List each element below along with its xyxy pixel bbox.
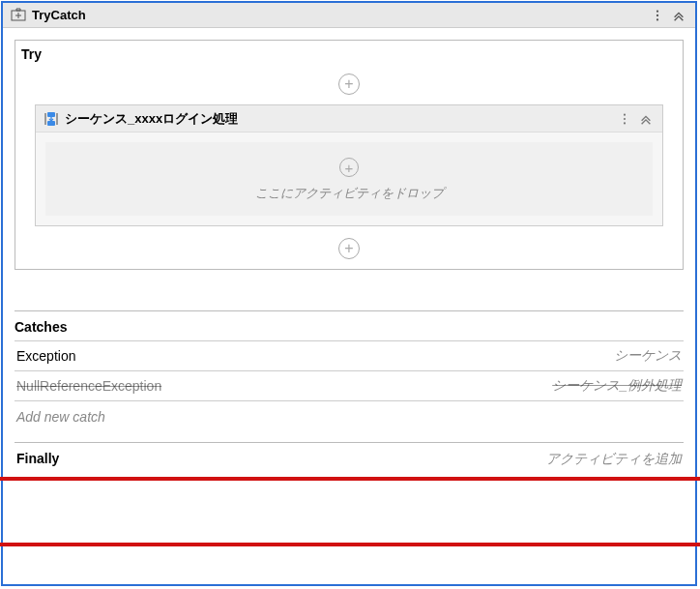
annotation-highlight-bar (0, 543, 700, 546)
svg-point-3 (656, 18, 658, 20)
sequence-activity[interactable]: シーケンス_xxxxログイン処理 + ここにアクティビティをドロップ (35, 104, 663, 226)
svg-point-2 (656, 14, 658, 15)
svg-point-1 (656, 10, 658, 12)
trycatch-activity[interactable]: TryCatch Try + シーケンス_xxxxログイン処理 (1, 1, 697, 586)
catch-row[interactable]: Exception シーケンス (15, 340, 684, 370)
annotation-highlight-bar (0, 477, 700, 481)
drop-area[interactable]: + ここにアクティビティをドロップ (45, 142, 653, 216)
finally-section[interactable]: Finally アクティビティを追加 (15, 442, 684, 472)
svg-point-6 (624, 113, 626, 115)
sequence-title: シーケンス_xxxxログイン処理 (65, 110, 612, 128)
finally-add-activity[interactable]: アクティビティを追加 (546, 451, 682, 468)
menu-icon[interactable] (649, 7, 666, 24)
exception-type: NullReferenceException (16, 378, 161, 394)
sequence-body: + ここにアクティビティをドロップ (36, 133, 662, 225)
catch-row[interactable]: NullReferenceException シーケンス_例外処理 (15, 370, 684, 400)
plus-icon: + (339, 158, 359, 177)
titlebar: TryCatch (3, 3, 695, 28)
svg-rect-4 (47, 112, 55, 117)
chevron-up-icon[interactable] (637, 110, 655, 128)
plus-icon: + (344, 75, 353, 93)
activity-body: Try + シーケンス_xxxxログイン処理 (3, 28, 695, 584)
add-new-catch-button[interactable]: Add new catch (15, 400, 684, 432)
catch-handler: シーケンス (614, 347, 682, 365)
catches-label: Catches (15, 317, 684, 340)
catch-handler: シーケンス_例外処理 (552, 377, 682, 395)
try-label: Try (15, 41, 683, 62)
svg-point-7 (624, 117, 626, 119)
sequence-icon (44, 111, 59, 127)
chevron-up-icon[interactable] (670, 7, 687, 24)
catches-section: Catches Exception シーケンス NullReferenceExc… (15, 310, 684, 432)
try-section: Try + シーケンス_xxxxログイン処理 (15, 40, 684, 270)
activity-title: TryCatch (32, 8, 645, 22)
add-activity-before-button[interactable]: + (338, 74, 360, 95)
menu-icon[interactable] (616, 110, 633, 128)
finally-label: Finally (16, 451, 59, 468)
svg-point-8 (624, 122, 626, 124)
add-activity-after-button[interactable]: + (338, 238, 360, 259)
sequence-header: シーケンス_xxxxログイン処理 (36, 105, 662, 133)
drop-hint: ここにアクティビティをドロップ (45, 185, 653, 202)
plus-icon: + (344, 240, 353, 257)
exception-type: Exception (16, 348, 75, 364)
trycatch-icon (11, 8, 26, 23)
